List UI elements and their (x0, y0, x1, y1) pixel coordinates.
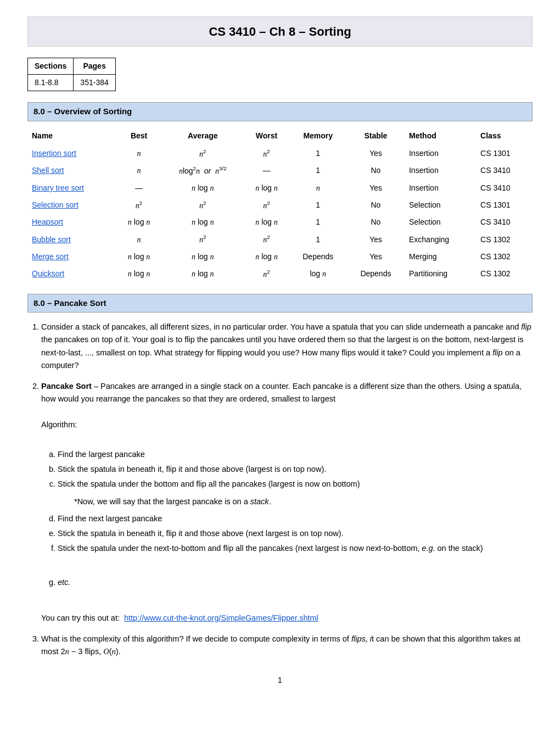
quick-worst: n2 (244, 265, 289, 283)
list-item: What is the complexity of this algorithm… (41, 633, 533, 658)
sort-name: Bubble sort (27, 231, 116, 248)
heap-worst: n log n (244, 214, 289, 231)
insertion-method: Insertion (405, 145, 476, 163)
col-average: Average (161, 127, 244, 145)
selection-class: CS 1301 (476, 197, 533, 214)
binary-method: Insertion (405, 180, 476, 197)
merge-memory: Depends (289, 248, 347, 265)
col-memory: Memory (289, 127, 347, 145)
bubble-method: Exchanging (405, 231, 476, 248)
sort-name: Binary tree sort (27, 180, 116, 197)
col-method: Method (405, 127, 476, 145)
list-item: Consider a stack of pancakes, all differ… (41, 321, 533, 372)
sort-name: Heapsort (27, 214, 116, 231)
merge-sort-link[interactable]: Merge sort (32, 252, 69, 261)
algo-step-b: Stick the spatula in beneath it, flip it… (58, 463, 533, 476)
insertion-best: n (116, 145, 161, 163)
selection-method: Selection (405, 197, 476, 214)
algo-step-g: etc. (58, 576, 533, 589)
heap-avg: n log n (161, 214, 244, 231)
heapsort-link[interactable]: Heapsort (32, 218, 63, 226)
bubble-sort-link[interactable]: Bubble sort (32, 235, 71, 244)
col-name: Name (27, 127, 116, 145)
table-row: Insertion sort n n2 n2 1 Yes Insertion C… (27, 145, 533, 163)
page-title-bar: CS 3410 – Ch 8 – Sorting (27, 16, 533, 47)
sections-value: 8.1-8.8 (28, 75, 74, 91)
binary-avg: n log n (161, 180, 244, 197)
algo-note: *Now, we will say that the largest panca… (74, 495, 533, 508)
insertion-worst: n2 (244, 145, 289, 163)
section-pancake-header: 8.0 – Pancake Sort (27, 294, 533, 313)
shell-class: CS 3410 (476, 162, 533, 180)
flipper-link[interactable]: http://www.cut-the-knot.org/SimpleGames/… (124, 614, 318, 622)
merge-stable: Yes (347, 248, 405, 265)
binary-tree-sort-link[interactable]: Binary tree sort (32, 183, 84, 192)
algo-step-a: Find the largest pancake (58, 448, 533, 461)
selection-stable: No (347, 197, 405, 214)
quicksort-link[interactable]: Quicksort (32, 269, 64, 278)
shell-memory: 1 (289, 162, 347, 180)
table-row: Shell sort n nlog2n or n3/2 — 1 No Inser… (27, 162, 533, 180)
quick-best: n log n (116, 265, 161, 283)
pages-value: 351-384 (74, 75, 115, 91)
selection-sort-link[interactable]: Selection sort (32, 200, 79, 209)
table-row: Heapsort n log n n log n n log n 1 No Se… (27, 214, 533, 231)
binary-worst: n log n (244, 180, 289, 197)
sort-name: Shell sort (27, 162, 116, 180)
heap-memory: 1 (289, 214, 347, 231)
sort-name: Insertion sort (27, 145, 116, 163)
heap-class: CS 3410 (476, 214, 533, 231)
quick-class: CS 1302 (476, 265, 533, 283)
page-number: 1 (27, 674, 533, 686)
binary-memory: n (289, 180, 347, 197)
table-row: Quicksort n log n n log n n2 log n Depen… (27, 265, 533, 283)
binary-best: — (116, 180, 161, 197)
heap-best: n log n (116, 214, 161, 231)
page-title: CS 3410 – Ch 8 – Sorting (39, 23, 521, 41)
selection-worst: n2 (244, 197, 289, 214)
quick-method: Partitioning (405, 265, 476, 283)
algo-step-c: Stick the spatula under the bottom and f… (58, 478, 533, 490)
insertion-memory: 1 (289, 145, 347, 163)
table-row: Binary tree sort — n log n n log n n Yes… (27, 180, 533, 197)
quick-memory: log n (289, 265, 347, 283)
table-row: Bubble sort n n2 n2 1 Yes Exchanging CS … (27, 231, 533, 248)
algo-step-f: Stick the spatula under the next-to-bott… (58, 542, 533, 555)
link-line: You can try this out at: http://www.cut-… (41, 612, 533, 625)
table-row: Selection sort n2 n2 n2 1 No Selection C… (27, 197, 533, 214)
sections-col-header: Sections (28, 58, 74, 75)
sort-name: Merge sort (27, 248, 116, 265)
insertion-sort-link[interactable]: Insertion sort (32, 149, 76, 158)
insertion-stable: Yes (347, 145, 405, 163)
insertion-avg: n2 (161, 145, 244, 163)
insertion-class: CS 1301 (476, 145, 533, 163)
sections-info-table: Sections Pages 8.1-8.8 351-384 (27, 58, 116, 91)
algo-step-d: Find the next largest pancake (58, 512, 533, 525)
heap-stable: No (347, 214, 405, 231)
pages-col-header: Pages (74, 58, 115, 75)
selection-best: n2 (116, 197, 161, 214)
bubble-worst: n2 (244, 231, 289, 248)
sort-name: Quicksort (27, 265, 116, 283)
shell-stable: No (347, 162, 405, 180)
sort-name: Selection sort (27, 197, 116, 214)
quick-avg: n log n (161, 265, 244, 283)
shell-avg: nlog2n or n3/2 (161, 162, 244, 180)
merge-avg: n log n (161, 248, 244, 265)
binary-class: CS 3410 (476, 180, 533, 197)
algorithm-label: Algorithm: (41, 420, 77, 429)
shell-method: Insertion (405, 162, 476, 180)
selection-memory: 1 (289, 197, 347, 214)
col-best: Best (116, 127, 161, 145)
shell-sort-link[interactable]: Shell sort (32, 166, 64, 175)
section-overview-header: 8.0 – Overview of Sorting (27, 102, 533, 121)
bubble-stable: Yes (347, 231, 405, 248)
table-row: Merge sort n log n n log n n log n Depen… (27, 248, 533, 265)
col-class: Class (476, 127, 533, 145)
shell-best: n (116, 162, 161, 180)
pancake-content: Consider a stack of pancakes, all differ… (27, 321, 533, 658)
algo-step-e: Stick the spatula in beneath it, flip it… (58, 527, 533, 540)
merge-class: CS 1302 (476, 248, 533, 265)
col-stable: Stable (347, 127, 405, 145)
merge-method: Merging (405, 248, 476, 265)
